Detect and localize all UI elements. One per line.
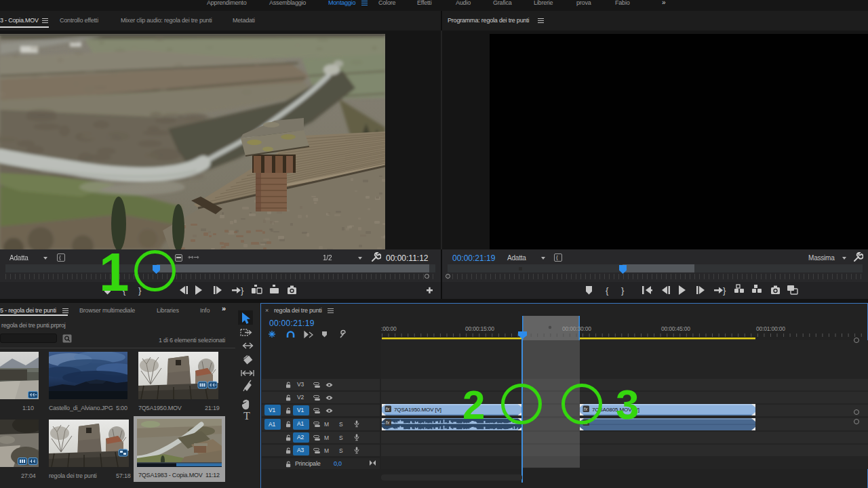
svg-text:00:00:15:00: 00:00:15:00 [465,325,494,332]
svg-text:fx: fx [386,420,390,425]
svg-text:{: { [606,285,609,296]
svg-text:}: } [138,285,142,296]
svg-text:00:00:45:00: 00:00:45:00 [661,325,690,332]
svg-text:7QSA1950.MOV [V]: 7QSA1950.MOV [V] [394,407,441,413]
svg-text:}: } [621,285,625,296]
svg-text:T: T [243,410,250,422]
svg-text:}: } [723,285,726,296]
svg-text:00:01:00:00: 00:01:00:00 [756,325,785,332]
svg-text::00:00: :00:00 [381,325,397,332]
svg-text:fx: fx [386,407,390,411]
svg-text:}: } [241,285,244,296]
svg-text:00:00:30:00: 00:00:30:00 [562,325,591,332]
